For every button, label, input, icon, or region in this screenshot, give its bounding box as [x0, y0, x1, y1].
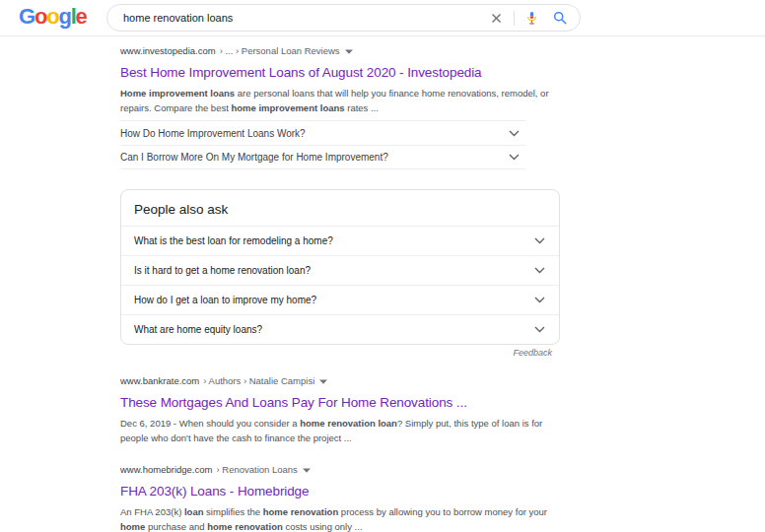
google-logo[interactable]: Google	[19, 4, 87, 30]
chevron-down-icon	[534, 267, 545, 274]
search-result: www.bankrate.com › Authors › Natalie Cam…	[120, 375, 765, 445]
logo-letter: e	[76, 4, 87, 29]
breadcrumb-dropdown-icon[interactable]	[345, 49, 353, 54]
result-title-link[interactable]: Best Home Improvement Loans of August 20…	[120, 64, 482, 81]
search-result: www.investopedia.com › ... › Personal Lo…	[120, 45, 765, 169]
breadcrumb-dropdown-icon[interactable]	[319, 379, 327, 384]
chevron-down-icon	[534, 326, 545, 333]
search-result: www.homebridge.com › Renovation Loans FH…	[120, 464, 765, 532]
result-faq-list: How Do Home Improvement Loans Work? Can …	[120, 120, 525, 169]
feedback-link[interactable]: Feedback	[120, 348, 560, 358]
paa-question: Is it hard to get a home renovation loan…	[134, 265, 311, 276]
logo-letter: G	[19, 4, 35, 29]
search-box-divider	[514, 11, 515, 26]
search-icon[interactable]	[553, 11, 567, 25]
results-column: www.investopedia.com › ... › Personal Lo…	[0, 45, 765, 532]
people-also-ask-item[interactable]: How do I get a loan to improve my home?	[121, 285, 559, 314]
microphone-icon[interactable]	[525, 10, 538, 26]
search-box[interactable]: home renovation loans	[106, 4, 581, 32]
paa-question: What is the best loan for remodeling a h…	[134, 235, 333, 246]
breadcrumb-path: › Renovation Loans	[216, 464, 297, 476]
result-snippet: Dec 6, 2019 - When should you consider a…	[120, 416, 562, 445]
breadcrumb-path: › ... › Personal Loan Reviews	[220, 45, 340, 57]
search-header: Google home renovation loans	[0, 0, 765, 36]
google-search-results-page: Google home renovation loans	[0, 0, 765, 532]
chevron-down-icon	[509, 154, 520, 161]
breadcrumb-domain: www.investopedia.com	[120, 45, 216, 57]
logo-letter: g	[58, 4, 70, 29]
paa-question: How do I get a loan to improve my home?	[134, 295, 316, 305]
logo-letter: o	[35, 4, 46, 29]
people-also-ask-box: People also ask What is the best loan fo…	[120, 189, 560, 345]
breadcrumb-path: › Authors › Natalie Campisi	[203, 375, 314, 387]
search-input[interactable]: home renovation loans	[123, 12, 490, 24]
faq-item[interactable]: Can I Borrow More On My Mortgage for Hom…	[120, 145, 525, 169]
result-title-link[interactable]: FHA 203(k) Loans - Homebridge	[120, 483, 309, 499]
breadcrumb[interactable]: www.homebridge.com › Renovation Loans	[120, 464, 311, 476]
breadcrumb-domain: www.homebridge.com	[120, 464, 212, 476]
close-icon[interactable]	[490, 12, 503, 25]
result-title-link[interactable]: These Mortgages And Loans Pay For Home R…	[120, 394, 467, 411]
result-snippet: Home improvement loans are personal loan…	[120, 86, 562, 115]
people-also-ask-item[interactable]: What are home equity loans?	[121, 314, 559, 344]
faq-question: Can I Borrow More On My Mortgage for Hom…	[120, 152, 388, 163]
paa-question: What are home equity loans?	[134, 324, 262, 335]
chevron-down-icon	[534, 297, 545, 303]
breadcrumb[interactable]: www.bankrate.com › Authors › Natalie Cam…	[120, 375, 327, 387]
faq-question: How Do Home Improvement Loans Work?	[120, 128, 306, 139]
chevron-down-icon	[534, 237, 545, 244]
logo-letter: o	[46, 4, 58, 29]
result-snippet: An FHA 203(k) loan simplifies the home r…	[120, 504, 562, 532]
faq-item[interactable]: How Do Home Improvement Loans Work?	[120, 120, 525, 145]
breadcrumb[interactable]: www.investopedia.com › ... › Personal Lo…	[120, 45, 353, 57]
chevron-down-icon	[509, 130, 520, 137]
people-also-ask-item[interactable]: Is it hard to get a home renovation loan…	[121, 255, 559, 285]
people-also-ask-item[interactable]: What is the best loan for remodeling a h…	[121, 226, 559, 255]
breadcrumb-dropdown-icon[interactable]	[303, 468, 311, 473]
breadcrumb-domain: www.bankrate.com	[120, 375, 199, 387]
people-also-ask-title: People also ask	[121, 190, 559, 226]
